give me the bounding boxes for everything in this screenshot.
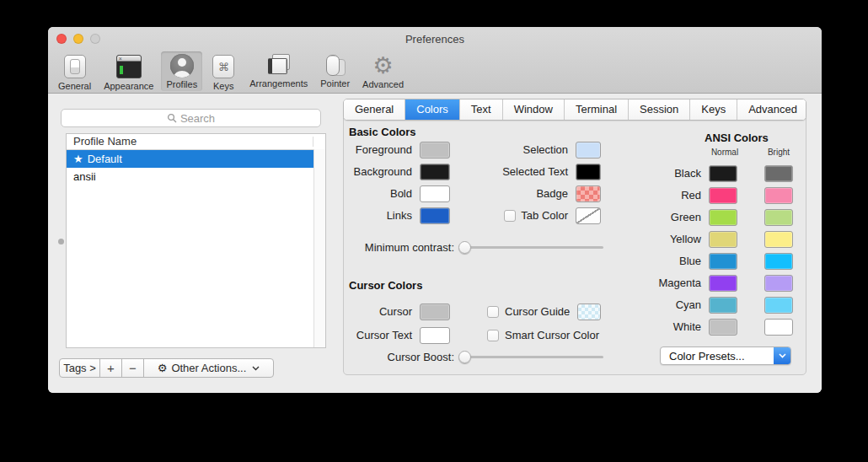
chevron-down-icon bbox=[252, 366, 260, 371]
remove-profile-button[interactable]: − bbox=[121, 358, 144, 378]
cursor-text-label: Cursor Text bbox=[356, 327, 412, 344]
ansi-blue-label: Blue bbox=[679, 253, 701, 270]
minimum-contrast-knob[interactable] bbox=[458, 241, 471, 254]
toolbar-item-arrangements[interactable]: Arrangements bbox=[244, 51, 313, 90]
colors-panel: Basic Colors ForegroundBackgroundBoldLin… bbox=[343, 110, 806, 375]
smart-cursor-color-checkbox[interactable] bbox=[487, 330, 499, 341]
ansi-bright-header: Bright bbox=[768, 148, 790, 157]
cursor-guide-swatch[interactable] bbox=[577, 304, 601, 320]
toolbar-item-label: General bbox=[58, 81, 91, 91]
cursor-boost-knob[interactable] bbox=[458, 351, 471, 363]
profile-list-header[interactable]: Profile Name bbox=[67, 134, 325, 150]
badge-swatch[interactable] bbox=[576, 185, 601, 202]
person-icon bbox=[170, 54, 194, 78]
ansi-blue-normal-swatch[interactable] bbox=[709, 253, 737, 270]
profile-row-default[interactable]: ★Default bbox=[67, 150, 319, 168]
selection-swatch[interactable] bbox=[576, 142, 601, 158]
bold-swatch[interactable] bbox=[420, 185, 450, 202]
ansi-red-normal-swatch[interactable] bbox=[709, 187, 737, 204]
ansi-green-normal-swatch[interactable] bbox=[709, 209, 737, 226]
toolbar-item-keys[interactable]: ⌘Keys bbox=[205, 51, 242, 93]
ansi-black-bright-swatch[interactable] bbox=[764, 165, 793, 182]
search-placeholder: Search bbox=[180, 112, 215, 125]
cursor-boost-slider[interactable] bbox=[460, 356, 603, 358]
other-actions-dropdown[interactable]: ⚙ Other Actions... bbox=[143, 358, 274, 378]
ansi-yellow-label: Yellow bbox=[670, 231, 701, 248]
tab-terminal[interactable]: Terminal bbox=[564, 99, 628, 120]
smart-cursor-color-label: Smart Cursor Color bbox=[505, 329, 599, 342]
background-label: Background bbox=[354, 164, 412, 180]
tab-advanced[interactable]: Advanced bbox=[737, 99, 806, 120]
ansi-colors-title: ANSI Colors bbox=[705, 132, 769, 144]
toolbar-item-advanced[interactable]: ⚙Advanced bbox=[357, 51, 409, 91]
minimum-contrast-label: Minimum contrast: bbox=[365, 239, 454, 256]
profile-row-ansii[interactable]: ansii bbox=[67, 168, 325, 185]
profile-tabbar: GeneralColorsTextWindowTerminalSessionKe… bbox=[343, 99, 806, 121]
ansi-cyan-normal-swatch[interactable] bbox=[709, 297, 737, 314]
background-swatch[interactable] bbox=[420, 164, 450, 180]
toolbar-item-profiles[interactable]: Profiles bbox=[161, 51, 202, 91]
cursor-label: Cursor bbox=[379, 304, 412, 320]
ansi-yellow-bright-swatch[interactable] bbox=[764, 231, 793, 248]
chevron-down-icon bbox=[774, 347, 790, 364]
color-presets-dropdown[interactable]: Color Presets... bbox=[660, 346, 791, 365]
ansi-green-bright-swatch[interactable] bbox=[764, 209, 793, 226]
ansi-magenta-bright-swatch[interactable] bbox=[764, 275, 793, 292]
cursor-swatch[interactable] bbox=[420, 304, 450, 320]
cursor-guide-label: Cursor Guide bbox=[505, 305, 570, 319]
selected-text-swatch[interactable] bbox=[576, 164, 601, 180]
profile-name: Default bbox=[88, 153, 122, 165]
ansi-green-label: Green bbox=[671, 209, 701, 226]
ansi-red-bright-swatch[interactable] bbox=[764, 187, 793, 204]
badge-label: Badge bbox=[536, 185, 568, 202]
profile-list-scrollbar[interactable] bbox=[313, 149, 325, 347]
terminal-window-icon bbox=[116, 55, 142, 78]
toolbar-item-label: Appearance bbox=[104, 81, 153, 91]
toolbar-item-label: Keys bbox=[213, 81, 233, 91]
cursor-guide-checkbox[interactable] bbox=[487, 306, 499, 318]
tab-session[interactable]: Session bbox=[628, 99, 689, 120]
ansi-white-normal-swatch[interactable] bbox=[709, 319, 737, 336]
ansi-cyan-bright-swatch[interactable] bbox=[764, 297, 793, 314]
preferences-window: Preferences GeneralAppearanceProfiles⌘Ke… bbox=[48, 27, 822, 393]
tab-text[interactable]: Text bbox=[459, 99, 502, 120]
tab-window[interactable]: Window bbox=[502, 99, 564, 120]
tab-keys[interactable]: Keys bbox=[689, 99, 737, 120]
ansi-white-bright-swatch[interactable] bbox=[764, 319, 793, 336]
ansi-normal-header: Normal bbox=[711, 148, 738, 157]
tab-color-label: Tab Color bbox=[521, 207, 568, 224]
search-icon bbox=[167, 113, 177, 123]
tab-color-swatch[interactable] bbox=[576, 207, 601, 224]
ansi-yellow-normal-swatch[interactable] bbox=[709, 231, 737, 248]
mouse-icon bbox=[323, 54, 348, 77]
ansi-blue-bright-swatch[interactable] bbox=[764, 253, 793, 270]
cursor-text-swatch[interactable] bbox=[420, 327, 450, 344]
toolbar-item-appearance[interactable]: Appearance bbox=[99, 51, 158, 93]
minimum-contrast-slider[interactable] bbox=[460, 246, 603, 249]
toolbar-item-label: Arrangements bbox=[249, 78, 308, 89]
tab-colors[interactable]: Colors bbox=[405, 99, 459, 120]
ansi-black-normal-swatch[interactable] bbox=[709, 165, 737, 182]
titlebar: Preferences bbox=[48, 27, 822, 51]
basic-colors-title: Basic Colors bbox=[349, 126, 415, 138]
tab-general[interactable]: General bbox=[344, 99, 405, 120]
splitter-handle-icon[interactable] bbox=[58, 239, 64, 244]
foreground-swatch[interactable] bbox=[420, 142, 450, 158]
search-input[interactable]: Search bbox=[61, 109, 321, 127]
ansi-magenta-label: Magenta bbox=[658, 275, 701, 292]
tags-button[interactable]: Tags > bbox=[59, 358, 100, 378]
add-profile-button[interactable]: + bbox=[99, 358, 122, 378]
ansi-magenta-normal-swatch[interactable] bbox=[709, 275, 737, 292]
links-swatch[interactable] bbox=[420, 207, 450, 224]
toolbar-item-pointer[interactable]: Pointer bbox=[315, 51, 355, 90]
gear-icon: ⚙ bbox=[158, 362, 168, 374]
foreground-label: Foreground bbox=[356, 142, 412, 158]
profile-actions-bar: Tags > + − ⚙ Other Actions... bbox=[59, 358, 274, 378]
tab-color-checkbox[interactable] bbox=[504, 210, 516, 222]
ansi-black-label: Black bbox=[674, 165, 701, 182]
ansi-red-label: Red bbox=[681, 187, 701, 204]
command-key-icon: ⌘ bbox=[212, 55, 234, 78]
toolbar-item-general[interactable]: General bbox=[53, 51, 96, 93]
selected-text-label: Selected Text bbox=[502, 164, 568, 180]
toggle-switch-icon bbox=[64, 55, 86, 78]
